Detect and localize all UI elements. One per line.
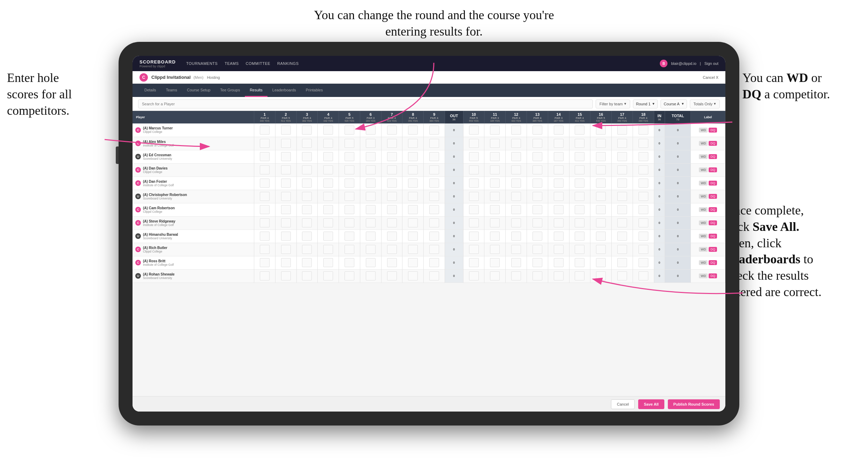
hole-2-input[interactable] <box>281 258 291 267</box>
hole-8-input[interactable] <box>408 271 418 280</box>
dq-button[interactable]: DQ <box>709 220 717 225</box>
hole-4-input[interactable] <box>323 192 333 201</box>
tab-results[interactable]: Results <box>245 84 267 97</box>
hole-5-input[interactable] <box>345 165 354 174</box>
wd-button[interactable]: WD <box>699 194 708 199</box>
hole-6-input[interactable] <box>366 232 376 241</box>
hole-9-input[interactable] <box>429 245 439 254</box>
hole-16-input[interactable] <box>596 218 606 227</box>
hole-7-input[interactable] <box>387 152 397 161</box>
tab-printables[interactable]: Printables <box>301 84 328 97</box>
hole-7-input[interactable] <box>387 179 397 188</box>
hole-5-input[interactable] <box>345 152 354 161</box>
hole-13-input[interactable] <box>533 126 542 135</box>
hole-5-input[interactable] <box>345 179 354 188</box>
wd-button[interactable]: WD <box>699 220 708 225</box>
hole-14-input[interactable] <box>554 205 564 214</box>
hole-16-input[interactable] <box>596 179 606 188</box>
hole-15-input[interactable] <box>575 192 584 201</box>
hole-9-input[interactable] <box>429 218 439 227</box>
hole-1-input[interactable] <box>260 245 270 254</box>
hole-12-input[interactable] <box>511 139 521 148</box>
wd-button[interactable]: WD <box>699 141 708 146</box>
hole-11-input[interactable] <box>490 205 500 214</box>
dq-button[interactable]: DQ <box>709 260 717 265</box>
hole-12-input[interactable] <box>511 205 521 214</box>
hole-18-input[interactable] <box>639 258 648 267</box>
hole-15-input[interactable] <box>575 139 584 148</box>
hole-6-input[interactable] <box>366 258 376 267</box>
hole-11-input[interactable] <box>490 232 500 241</box>
hole-2-input[interactable] <box>281 218 291 227</box>
dq-button[interactable]: DQ <box>709 194 717 199</box>
hole-9-input[interactable] <box>429 232 439 241</box>
hole-17-input[interactable] <box>617 179 627 188</box>
hole-11-input[interactable] <box>490 245 500 254</box>
hole-8-input[interactable] <box>408 192 418 201</box>
hole-10-input[interactable] <box>469 218 479 227</box>
hole-8-input[interactable] <box>408 165 418 174</box>
tab-leaderboards[interactable]: Leaderboards <box>267 84 301 97</box>
hole-17-input[interactable] <box>617 232 627 241</box>
hole-1-input[interactable] <box>260 165 270 174</box>
hole-18-input[interactable] <box>639 179 648 188</box>
hole-6-input[interactable] <box>366 126 376 135</box>
hole-16-input[interactable] <box>596 139 606 148</box>
hole-2-input[interactable] <box>281 232 291 241</box>
hole-12-input[interactable] <box>511 258 521 267</box>
hole-5-input[interactable] <box>345 232 354 241</box>
hole-11-input[interactable] <box>490 126 500 135</box>
wd-button[interactable]: WD <box>699 207 708 212</box>
hole-4-input[interactable] <box>323 232 333 241</box>
hole-8-input[interactable] <box>408 218 418 227</box>
hole-4-input[interactable] <box>323 245 333 254</box>
hole-9-input[interactable] <box>429 258 439 267</box>
hole-7-input[interactable] <box>387 258 397 267</box>
hole-18-input[interactable] <box>639 245 648 254</box>
hole-16-input[interactable] <box>596 152 606 161</box>
hole-10-input[interactable] <box>469 179 479 188</box>
hole-7-input[interactable] <box>387 126 397 135</box>
hole-7-input[interactable] <box>387 165 397 174</box>
hole-13-input[interactable] <box>533 245 542 254</box>
hole-12-input[interactable] <box>511 165 521 174</box>
hole-16-input[interactable] <box>596 205 606 214</box>
hole-16-input[interactable] <box>596 192 606 201</box>
hole-8-input[interactable] <box>408 126 418 135</box>
hole-12-input[interactable] <box>511 232 521 241</box>
hole-8-input[interactable] <box>408 232 418 241</box>
hole-1-input[interactable] <box>260 139 270 148</box>
hole-3-input[interactable] <box>302 179 312 188</box>
hole-14-input[interactable] <box>554 271 564 280</box>
hole-2-input[interactable] <box>281 139 291 148</box>
hole-17-input[interactable] <box>617 192 627 201</box>
hole-13-input[interactable] <box>533 152 542 161</box>
hole-9-input[interactable] <box>429 179 439 188</box>
tab-details[interactable]: Details <box>139 84 161 97</box>
hole-6-input[interactable] <box>366 245 376 254</box>
hole-3-input[interactable] <box>302 126 312 135</box>
hole-17-input[interactable] <box>617 152 627 161</box>
hole-6-input[interactable] <box>366 179 376 188</box>
hole-5-input[interactable] <box>345 271 354 280</box>
hole-6-input[interactable] <box>366 139 376 148</box>
hole-12-input[interactable] <box>511 245 521 254</box>
hole-9-input[interactable] <box>429 271 439 280</box>
tab-teams[interactable]: Teams <box>161 84 182 97</box>
hole-6-input[interactable] <box>366 271 376 280</box>
hole-7-input[interactable] <box>387 232 397 241</box>
totals-only-button[interactable]: Totals Only ▾ <box>690 99 720 108</box>
hole-3-input[interactable] <box>302 205 312 214</box>
hole-11-input[interactable] <box>490 179 500 188</box>
hole-1-input[interactable] <box>260 218 270 227</box>
hole-11-input[interactable] <box>490 139 500 148</box>
hole-8-input[interactable] <box>408 139 418 148</box>
hole-6-input[interactable] <box>366 165 376 174</box>
wd-button[interactable]: WD <box>699 154 708 159</box>
hole-12-input[interactable] <box>511 218 521 227</box>
hole-15-input[interactable] <box>575 232 584 241</box>
hole-2-input[interactable] <box>281 179 291 188</box>
wd-button[interactable]: WD <box>699 273 708 278</box>
hole-15-input[interactable] <box>575 152 584 161</box>
hole-1-input[interactable] <box>260 192 270 201</box>
